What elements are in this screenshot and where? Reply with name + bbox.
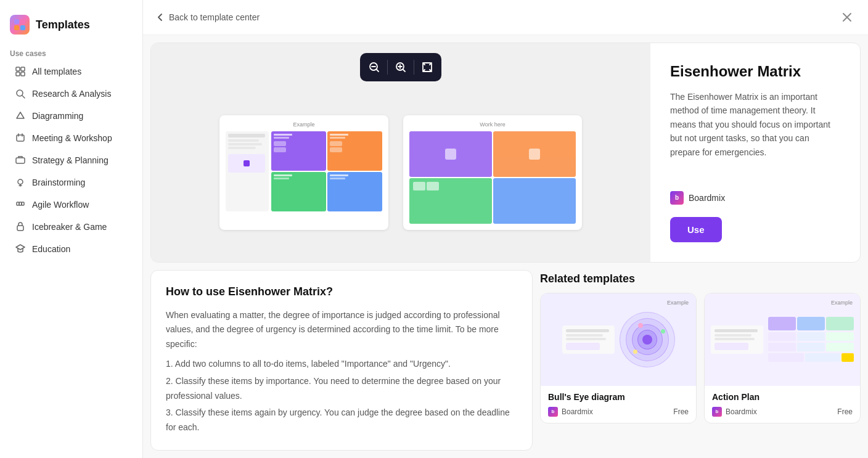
sidebar: Templates Use cases All templates Resear…: [0, 0, 143, 458]
card-name: Action Plan: [712, 392, 853, 402]
example-panel: Example: [219, 115, 388, 230]
template-info: Eisenhower Matrix The Eisenhower Matrix …: [650, 43, 860, 262]
sidebar-item-label: All templates: [32, 67, 81, 76]
sidebar-item-label: Diagramming: [32, 111, 83, 121]
related-card-bulls-eye[interactable]: Example Bull's Eye diagram b Boardmix Fr…: [540, 293, 697, 423]
sidebar-item-meeting[interactable]: Meeting & Workshop: [5, 127, 137, 149]
close-icon: [841, 12, 853, 23]
matrix-preview-content: Example: [207, 103, 594, 242]
zoom-out-button[interactable]: [362, 55, 386, 79]
divider: [414, 60, 414, 75]
close-button[interactable]: [838, 9, 856, 26]
how-to-text: When evaluating a matter, the degree of …: [166, 308, 517, 435]
sidebar-item-label: Agile Workflow: [32, 200, 89, 210]
how-to-title: How to use Eisenhower Matrix?: [166, 285, 517, 298]
author-text: Boardmix: [562, 407, 593, 416]
bulls-eye-info: Bull's Eye diagram: [541, 386, 696, 407]
top-bar: Back to template center: [143, 0, 868, 35]
svg-rect-6: [16, 72, 20, 76]
action-plan-footer: b Boardmix Free: [705, 407, 860, 423]
related-section: Related templates: [540, 270, 861, 451]
how-to-para-1: When evaluating a matter, the degree of …: [166, 308, 517, 352]
diagram-icon: [15, 110, 26, 121]
app-logo: [10, 15, 30, 35]
svg-marker-10: [17, 112, 24, 118]
sidebar-item-diagramming[interactable]: Diagramming: [5, 105, 137, 127]
svg-point-15: [18, 179, 23, 184]
sidebar-item-label: Brainstorming: [32, 178, 85, 187]
author-logo: b: [670, 191, 684, 205]
svg-rect-14: [16, 158, 25, 163]
brainstorm-icon: [15, 177, 26, 188]
education-icon: [15, 243, 26, 255]
work-here-label: Work here: [409, 121, 576, 128]
how-to-use-section: How to use Eisenhower Matrix? When evalu…: [150, 270, 533, 451]
use-button[interactable]: Use: [670, 217, 722, 242]
svg-rect-2: [14, 25, 19, 30]
sidebar-item-label: Icebreaker & Game: [32, 222, 107, 232]
sidebar-item-education[interactable]: Education: [5, 238, 137, 260]
template-detail: Example: [150, 43, 861, 263]
svg-rect-4: [16, 67, 20, 71]
zoom-in-button[interactable]: [389, 55, 412, 79]
app-title: Templates: [36, 18, 90, 31]
how-to-para-2: 1. Add two columns to all to-do items, l…: [166, 357, 517, 372]
svg-rect-5: [21, 67, 25, 71]
sidebar-item-all-templates[interactable]: All templates: [5, 60, 137, 83]
template-title: Eisenhower Matrix: [670, 63, 840, 80]
back-button[interactable]: Back to template center: [155, 12, 260, 22]
back-arrow-icon: [155, 12, 165, 22]
sidebar-item-brainstorming[interactable]: Brainstorming: [5, 171, 137, 194]
sidebar-item-label: Strategy & Planning: [32, 155, 108, 165]
bottom-section: How to use Eisenhower Matrix? When evalu…: [143, 270, 868, 458]
card-name: Bull's Eye diagram: [548, 392, 689, 402]
strategy-icon: [15, 155, 26, 166]
icebreaker-icon: [15, 221, 26, 232]
author-logo-sm: b: [548, 407, 558, 417]
work-here-panel: Work here: [403, 115, 582, 230]
svg-line-9: [22, 96, 25, 98]
research-icon: [15, 88, 26, 99]
sidebar-item-agile[interactable]: Agile Workflow: [5, 194, 137, 216]
card-author: b Boardmix: [548, 407, 593, 417]
sidebar-header: Templates: [0, 10, 142, 44]
related-card-action-plan[interactable]: Example Action Plan b Boardmix Free: [704, 293, 861, 423]
author-text: Boardmix: [726, 407, 757, 416]
author-logo-sm: b: [712, 407, 722, 417]
action-plan-info: Action Plan: [705, 386, 860, 407]
how-to-para-3: 2. Classify these items by importance. Y…: [166, 374, 517, 404]
free-badge: Free: [673, 407, 689, 416]
example-label: Example: [226, 121, 382, 128]
sidebar-item-research[interactable]: Research & Analysis: [5, 83, 137, 105]
author-name: Boardmix: [689, 193, 725, 203]
related-cards: Example Bull's Eye diagram b Boardmix Fr…: [540, 293, 861, 423]
divider: [387, 60, 388, 75]
agile-icon: [15, 199, 26, 210]
example-sidebar: [226, 131, 269, 211]
sidebar-item-strategy[interactable]: Strategy & Planning: [5, 149, 137, 171]
fit-button[interactable]: [416, 55, 439, 79]
meeting-icon: [15, 133, 26, 144]
bulls-eye-footer: b Boardmix Free: [541, 407, 696, 423]
sidebar-item-icebreaker[interactable]: Icebreaker & Game: [5, 216, 137, 238]
sidebar-section-label: Use cases: [0, 44, 142, 60]
svg-rect-1: [20, 19, 25, 24]
svg-rect-20: [22, 202, 24, 205]
free-badge: Free: [837, 407, 853, 416]
svg-rect-3: [20, 25, 25, 30]
svg-rect-0: [14, 19, 19, 24]
svg-rect-21: [17, 226, 23, 231]
preview-controls: [360, 53, 441, 81]
template-description: The Eisenhower Matrix is an important me…: [670, 90, 840, 176]
sidebar-item-label: Education: [32, 244, 70, 254]
bulls-eye-preview: Example: [541, 293, 696, 386]
svg-marker-22: [16, 245, 25, 250]
example-matrix: [271, 131, 382, 211]
sidebar-item-label: Research & Analysis: [32, 89, 111, 99]
grid-icon: [15, 66, 26, 77]
card-author: b Boardmix: [712, 407, 757, 417]
main-content: Back to template center: [143, 0, 868, 458]
svg-line-27: [377, 70, 379, 72]
how-to-para-4: 3. Classify these items again by urgency…: [166, 406, 517, 435]
sidebar-item-label: Meeting & Workshop: [32, 133, 112, 143]
